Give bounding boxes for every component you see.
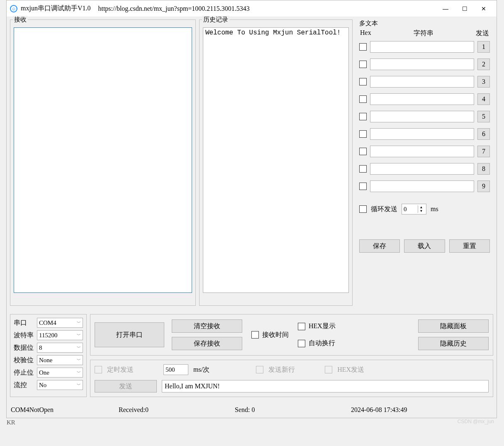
hide-history-button[interactable]: 隐藏历史: [418, 337, 489, 350]
spin-up-icon[interactable]: ▲: [418, 205, 424, 209]
parity-select[interactable]: None﹀: [37, 355, 83, 365]
clear-receive-button[interactable]: 清空接收: [172, 319, 242, 333]
interval-unit: ms/次: [193, 366, 209, 374]
parity-label: 校验位: [14, 356, 37, 365]
databits-select[interactable]: 8﹀: [37, 343, 83, 353]
multi-text-input[interactable]: [370, 128, 474, 140]
multi-hdr-hex: Hex: [360, 29, 371, 38]
multi-hex-checkbox[interactable]: [359, 148, 367, 155]
multi-send-button-1[interactable]: 1: [477, 41, 490, 53]
multi-text-input[interactable]: [370, 180, 474, 192]
auto-wrap-checkbox[interactable]: [298, 340, 305, 347]
multi-text-input[interactable]: [370, 163, 474, 175]
multi-hex-checkbox[interactable]: [359, 78, 367, 85]
port-select[interactable]: COM4﹀: [37, 318, 83, 328]
client-area: 接收 历史记录 Welcome To Using Mxjun SerialToo…: [7, 17, 497, 400]
multi-text-input[interactable]: [370, 58, 474, 70]
close-button[interactable]: ✕: [474, 2, 493, 15]
send-newline-label: 发送新行: [268, 366, 295, 374]
status-bar: COM4NotOpen Received:0 Send: 0 2024-06-0…: [7, 400, 497, 418]
multi-hdr-str: 字符串: [414, 29, 433, 38]
multi-hex-checkbox[interactable]: [359, 61, 367, 68]
history-title: 历史记录: [202, 16, 229, 24]
history-textarea[interactable]: Welcome To Using Mxjun SerialTool!: [203, 27, 349, 293]
hide-panel-button[interactable]: 隐藏面板: [418, 319, 489, 333]
multi-hex-checkbox[interactable]: [359, 95, 367, 103]
multi-hex-checkbox[interactable]: [359, 165, 367, 173]
window-url: https://blog.csdn.net/mx_jun?spm=1000.21…: [98, 5, 249, 12]
save-receive-button[interactable]: 保存接收: [172, 337, 242, 350]
multi-send-button-5[interactable]: 5: [477, 111, 490, 122]
multi-text-input[interactable]: [370, 146, 474, 157]
port-settings-panel: 串口COM4﹀ 波特率115200﹀ 数据位8﹀ 校验位None﹀ 停止位One…: [10, 314, 87, 397]
chevron-down-icon: ﹀: [77, 370, 81, 375]
multi-send-button-9[interactable]: 9: [477, 180, 490, 192]
receive-group: 接收: [10, 19, 196, 306]
recv-time-checkbox[interactable]: [251, 331, 259, 339]
multi-send-button-6[interactable]: 6: [477, 128, 490, 140]
send-interval-input[interactable]: [163, 364, 188, 375]
multi-send-button-7[interactable]: 7: [477, 146, 490, 157]
minimize-button[interactable]: —: [436, 2, 455, 15]
stopbits-label: 停止位: [14, 368, 37, 377]
recv-time-label: 接收时间: [262, 331, 289, 339]
multi-text-input[interactable]: [370, 93, 474, 105]
multi-send-button-8[interactable]: 8: [477, 163, 490, 175]
stopbits-select[interactable]: One﹀: [37, 368, 83, 378]
multi-reset-button[interactable]: 重置: [449, 239, 490, 253]
databits-label: 数据位: [14, 344, 37, 352]
multi-send-button-3[interactable]: 3: [477, 76, 490, 88]
multi-hex-checkbox[interactable]: [359, 183, 367, 190]
status-send: Send: 0: [235, 406, 351, 414]
multi-hex-checkbox[interactable]: [359, 113, 367, 120]
flow-select[interactable]: No﹀: [37, 380, 83, 390]
multi-row: 9: [359, 180, 490, 192]
status-received: Received:0: [119, 406, 235, 414]
multi-hex-checkbox[interactable]: [359, 130, 367, 138]
timed-send-label: 定时发送: [107, 366, 134, 374]
multi-row: 1: [359, 41, 490, 53]
multi-row: 5: [359, 111, 490, 122]
maximize-button[interactable]: ☐: [455, 2, 474, 15]
titlebar: ☺ mxjun串口调试助手V1.0 https://blog.csdn.net/…: [7, 0, 497, 17]
timed-send-checkbox[interactable]: [95, 366, 102, 373]
multi-load-button[interactable]: 载入: [404, 239, 445, 253]
chevron-down-icon: ﹀: [77, 332, 81, 338]
spin-down-icon[interactable]: ▼: [418, 209, 424, 213]
multi-send-button-4[interactable]: 4: [477, 93, 490, 105]
hex-send-label: HEX发送: [337, 366, 364, 374]
loop-send-checkbox[interactable]: [359, 205, 367, 213]
receive-textarea[interactable]: [14, 27, 192, 293]
status-time: 2024-06-08 17:43:49: [351, 406, 492, 414]
status-port: COM4NotOpen: [11, 406, 119, 414]
loop-send-label: 循环发送: [371, 205, 397, 214]
chevron-down-icon: ﹀: [77, 320, 81, 326]
multi-save-button[interactable]: 保存: [359, 239, 400, 253]
chevron-down-icon: ﹀: [77, 357, 81, 363]
send-text-input[interactable]: [162, 380, 489, 392]
send-button[interactable]: 发送: [95, 380, 157, 392]
loop-interval-spinner[interactable]: ▲▼: [402, 204, 426, 214]
multi-hdr-send: 发送: [476, 29, 489, 38]
multi-title: 多文本: [359, 19, 490, 27]
window-title: mxjun串口调试助手V1.0: [21, 4, 90, 13]
hex-send-checkbox[interactable]: [325, 366, 332, 373]
history-group: 历史记录 Welcome To Using Mxjun SerialTool!: [199, 19, 353, 306]
multi-text-group: 多文本 Hex 字符串 发送 123456789 循环发送 ▲▼ ms: [356, 19, 493, 306]
multi-text-input[interactable]: [370, 111, 474, 122]
port-label: 串口: [14, 319, 37, 327]
hex-show-checkbox[interactable]: [298, 323, 305, 330]
open-port-button[interactable]: 打开串口: [95, 322, 164, 347]
multi-text-input[interactable]: [370, 76, 474, 88]
auto-wrap-label: 自动换行: [309, 339, 335, 348]
multi-row: 4: [359, 93, 490, 105]
multi-row: 3: [359, 76, 490, 88]
multi-text-input[interactable]: [370, 41, 474, 53]
loop-interval-input[interactable]: [402, 206, 418, 213]
baud-select[interactable]: 115200﹀: [37, 330, 83, 340]
multi-row: 2: [359, 58, 490, 70]
multi-send-button-2[interactable]: 2: [477, 58, 490, 70]
send-newline-checkbox[interactable]: [256, 366, 263, 373]
app-icon: ☺: [10, 5, 17, 12]
multi-hex-checkbox[interactable]: [359, 43, 367, 51]
